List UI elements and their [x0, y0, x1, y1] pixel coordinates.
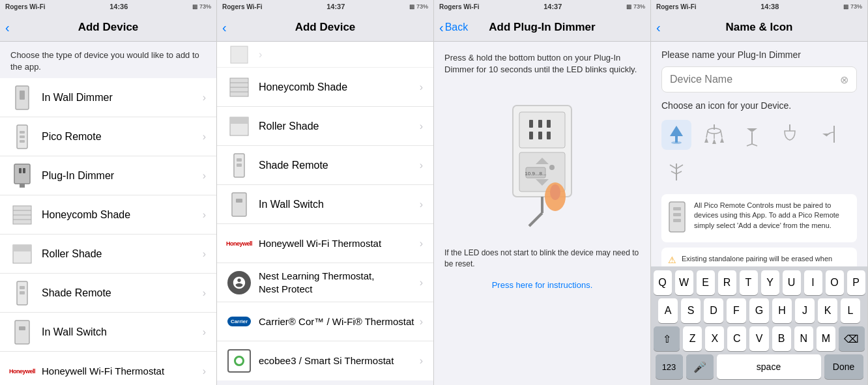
- list-item-roller-shade[interactable]: Roller Shade ›: [0, 235, 216, 274]
- key-y[interactable]: Y: [761, 270, 779, 295]
- key-done[interactable]: Done: [824, 354, 863, 379]
- chevron-right-icon: ›: [203, 170, 206, 182]
- list-item-in-wall-switch[interactable]: In Wall Switch ›: [0, 313, 216, 352]
- list-item-shade-remote-2[interactable]: Shade Remote ›: [217, 146, 433, 185]
- key-b[interactable]: B: [772, 326, 791, 351]
- panel-content-2: › Honeycomb Shade › Roller Shade ›: [217, 42, 433, 385]
- key-h[interactable]: H: [772, 298, 792, 323]
- list-item-shade-remote[interactable]: Shade Remote ›: [0, 274, 216, 313]
- key-k[interactable]: K: [818, 298, 837, 323]
- clear-input-button[interactable]: ⊗: [840, 74, 848, 86]
- list-item-in-wall-dimmer[interactable]: In Wall Dimmer ›: [0, 78, 216, 117]
- icon-choice-arm-lamp[interactable]: [813, 120, 843, 150]
- key-shift[interactable]: ⇧: [654, 326, 680, 351]
- key-l[interactable]: L: [841, 298, 860, 323]
- key-mic[interactable]: 🎤: [686, 354, 714, 379]
- key-c[interactable]: C: [727, 326, 746, 351]
- name-subtitle: Please name your Plug-In Dimmer: [661, 50, 857, 60]
- back-button-4[interactable]: ‹: [656, 21, 661, 34]
- key-e[interactable]: E: [697, 270, 715, 295]
- key-d[interactable]: D: [704, 298, 723, 323]
- key-i[interactable]: I: [804, 270, 822, 295]
- in-wall-switch-icon: [10, 318, 34, 347]
- list-item-pico-remote[interactable]: Pico Remote ›: [0, 117, 216, 156]
- icon-choice-branch-light[interactable]: [661, 158, 691, 188]
- key-p[interactable]: P: [847, 270, 865, 295]
- device-list-1: In Wall Dimmer › Pico Remote › Plug-In D…: [0, 78, 216, 385]
- key-g[interactable]: G: [749, 298, 769, 323]
- icon-choice-chandelier[interactable]: [699, 120, 729, 150]
- key-m[interactable]: M: [817, 326, 835, 351]
- key-space[interactable]: space: [717, 354, 821, 379]
- list-item-carrier-2[interactable]: Carrier Carrier® Cor™ / Wi-Fi® Thermosta…: [217, 302, 433, 341]
- list-item-nest-2[interactable]: Nest Learning Thermostat,Nest Protect ›: [217, 263, 433, 302]
- panel-add-plug-in-dimmer: Rogers Wi-Fi 14:37 ▩ 73% ‹ Back Add Plug…: [434, 0, 651, 385]
- back-button-2[interactable]: ‹: [222, 21, 227, 34]
- panel-name-icon: Rogers Wi-Fi 14:38 ▩ 73% ‹ Name & Icon P…: [651, 0, 868, 385]
- svg-line-65: [752, 144, 757, 146]
- back-button-1[interactable]: ‹: [5, 21, 10, 34]
- status-bar-2: Rogers Wi-Fi 14:37 ▩ 73%: [217, 0, 433, 13]
- key-delete[interactable]: ⌫: [839, 326, 865, 351]
- back-button-3[interactable]: ‹ Back: [439, 21, 468, 34]
- svg-rect-5: [20, 140, 25, 143]
- battery-4: ▩ 73%: [843, 3, 862, 10]
- key-x[interactable]: X: [705, 326, 724, 351]
- icon-choice-floor-lamp[interactable]: [737, 120, 767, 150]
- list-item-in-wall-switch-2[interactable]: In Wall Switch ›: [217, 185, 433, 224]
- list-item-ecobee-2[interactable]: ecobee3 / Smart Si Thermostat ›: [217, 341, 433, 380]
- shade-remote-icon-2: [227, 151, 251, 180]
- list-item-partial-top[interactable]: ›: [217, 42, 433, 68]
- list-item-roller-2[interactable]: Roller Shade ›: [217, 107, 433, 146]
- svg-rect-31: [232, 193, 246, 216]
- key-u[interactable]: U: [783, 270, 801, 295]
- plug-in-dimmer-label: Plug-In Dimmer: [42, 170, 203, 182]
- carrier-4: Rogers Wi-Fi: [656, 3, 697, 10]
- list-item-plug-in-dimmer[interactable]: Plug-In Dimmer ›: [0, 156, 216, 195]
- svg-rect-76: [673, 213, 681, 216]
- list-item-honeycomb-2[interactable]: Honeycomb Shade ›: [217, 68, 433, 107]
- chevron-left-icon-2: ‹: [222, 21, 227, 34]
- key-a[interactable]: A: [658, 298, 678, 323]
- svg-line-57: [721, 131, 722, 137]
- key-z[interactable]: Z: [683, 326, 702, 351]
- key-j[interactable]: J: [795, 298, 815, 323]
- key-t[interactable]: T: [740, 270, 758, 295]
- carrier-icon-2: Carrier: [227, 307, 251, 336]
- svg-rect-7: [19, 168, 22, 173]
- svg-rect-32: [236, 199, 242, 203]
- chevron-right-icon: ›: [203, 365, 206, 377]
- honeywell-label-2: Honeywell Wi-Fi Thermostat: [259, 237, 420, 250]
- key-numbers[interactable]: 123: [656, 354, 683, 379]
- list-item-honeywell-2[interactable]: Honeywell Honeywell Wi-Fi Thermostat ›: [217, 224, 433, 263]
- icon-choice-lamp-blue[interactable]: [661, 120, 691, 150]
- list-item-honeywell[interactable]: Honeywell Honeywell Wi-Fi Thermostat ›: [0, 352, 216, 385]
- key-s[interactable]: S: [681, 298, 701, 323]
- icon-section-title: Choose an icon for your Device.: [661, 100, 857, 111]
- pico-info-text: All Pico Remote Controls must be paired …: [694, 201, 850, 236]
- carrier-label-2: Carrier® Cor™ / Wi-Fi® Thermostat: [259, 315, 420, 328]
- instructions-link[interactable]: Press here for instructions.: [434, 275, 650, 295]
- key-q[interactable]: Q: [654, 270, 672, 295]
- plug-dimmer-image: 10.9...8...: [434, 86, 650, 242]
- chevron-right-icon: ›: [203, 287, 206, 299]
- key-w[interactable]: W: [675, 270, 693, 295]
- svg-marker-63: [747, 128, 757, 132]
- in-wall-switch-label-2: In Wall Switch: [259, 199, 420, 210]
- key-f[interactable]: F: [727, 298, 746, 323]
- keyboard: Q W E R T Y U I O P A S D F G H J K L ⇧ …: [651, 266, 867, 385]
- key-o[interactable]: O: [826, 270, 844, 295]
- svg-rect-3: [20, 131, 25, 134]
- svg-rect-20: [19, 326, 25, 330]
- key-v[interactable]: V: [749, 326, 768, 351]
- chevron-right-icon: ›: [259, 49, 262, 61]
- key-r[interactable]: R: [718, 270, 736, 295]
- list-item-honeycomb-shade[interactable]: Honeycomb Shade ›: [0, 195, 216, 235]
- panel-description: Choose the type of device you would like…: [0, 42, 216, 78]
- key-n[interactable]: N: [794, 326, 813, 351]
- svg-rect-34: [519, 112, 565, 148]
- device-name-input[interactable]: [670, 74, 840, 85]
- panel-add-device-1: Rogers Wi-Fi 14:36 ▩ 73% ‹ Add Device Ch…: [0, 0, 217, 385]
- icon-choice-pendant[interactable]: [775, 120, 805, 150]
- svg-line-64: [747, 144, 752, 146]
